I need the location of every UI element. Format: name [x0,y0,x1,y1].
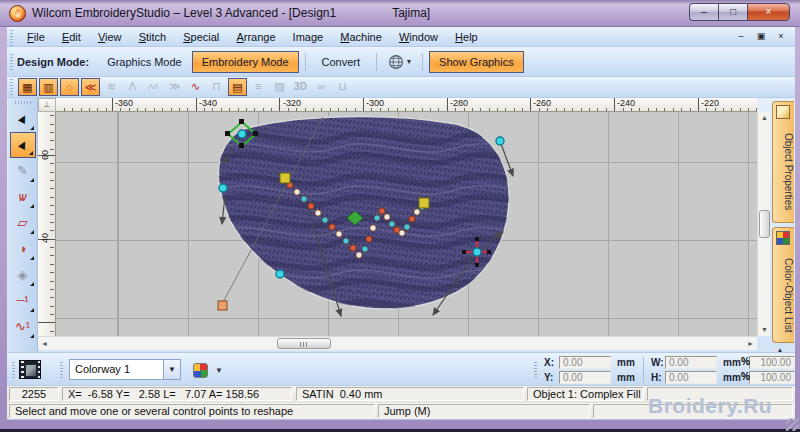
embroidery-mode-button[interactable]: Embroidery Mode [192,51,299,73]
basket-weave-icon[interactable]: ⊔ [333,78,352,96]
menu-arrange[interactable]: Arrange [229,27,282,47]
scroll-up-button[interactable]: ▲ [758,112,771,124]
hatch-effect-icon[interactable]: ▨ [270,78,289,96]
menu-special[interactable]: Special [176,27,226,47]
reshape-object-tool[interactable]: ► [10,132,36,158]
mdi-restore-button[interactable]: ▣ [753,29,769,44]
yellow-handle[interactable] [419,198,429,208]
w-field[interactable]: 0.00 [665,356,717,369]
run-stitch-tool[interactable]: ┄¹ [10,288,36,314]
mdi-close-button[interactable]: × [773,29,789,44]
modebar-grip[interactable] [10,54,13,70]
tab-color-object-list[interactable]: Color-Object List [772,227,794,343]
trueview-glasses-icon[interactable]: ∞ [312,78,331,96]
pointer-coordinates: X= -6.58 Y= 2.58 L= 7.07 A= 158.56 [62,387,292,401]
scale-y-field[interactable]: 100.00 [749,371,795,384]
app-icon [9,5,26,22]
tab-color-object-list-label: Color-Object List [783,258,794,332]
menu-file[interactable]: File [20,27,52,47]
globe-icon [388,54,404,70]
fusion-fill-b-icon[interactable]: ΛΛ [144,78,163,96]
motif-fill-icon[interactable]: ◌ [60,78,79,96]
iconbar-grip[interactable] [10,79,13,95]
zigzag-run-tool[interactable]: ∿¹ [10,314,36,340]
menu-window[interactable]: Window [392,27,445,47]
menu-edit[interactable]: Edit [55,27,88,47]
hruler-label: -220 [701,98,719,108]
menu-machine[interactable]: Machine [333,27,389,47]
fancy-fill-icon[interactable]: ≪ [81,78,100,96]
stitch-texture [216,134,576,310]
bottom-toolbar: Colorway 1 ▼ ▼ X: 0.00 mm W: 0.00 mm 100… [7,352,795,386]
tab-object-properties[interactable]: Object Properties [772,101,794,223]
application-window: Wilcom EmbroideryStudio – Level 3 Advanc… [0,0,800,432]
menu-stitch[interactable]: Stitch [132,27,174,47]
horizontal-scrollbar[interactable]: ◄ ► [38,336,757,350]
horizontal-scroll-thumb[interactable] [277,338,331,349]
tool-palette: ► ► ✎ ѡ ▱ ◑ ◈ ┄¹ ∿¹ [8,98,38,354]
orange-handle[interactable] [218,301,227,310]
scale-x-percent: % [741,356,750,367]
graphics-mode-button[interactable]: Graphics Mode [97,51,192,73]
h-field[interactable]: 0.00 [665,371,717,384]
w-label: W: [651,356,664,369]
menu-view[interactable]: View [91,27,129,47]
ellipse-tool[interactable]: ◑ [10,236,36,262]
hruler-label: -300 [366,98,384,108]
stitch-info: SATIN 0.40 mm [296,387,524,401]
design-canvas[interactable] [56,112,757,336]
texture-fill-icon[interactable]: ▤ [228,78,247,96]
embroidery-design[interactable] [56,112,757,336]
select-object-tool[interactable]: ► [10,106,36,132]
client-area: File Edit View Stitch Special Arrange Im… [7,27,795,420]
menu-help[interactable]: Help [448,27,485,47]
y-field[interactable]: 0.00 [559,371,611,384]
knife-tool[interactable]: ✎ [10,158,36,184]
zigzag-run-icon: ∿¹ [15,319,30,334]
window-title: Wilcom EmbroideryStudio – Level 3 Advanc… [32,6,430,20]
menu-image[interactable]: Image [286,27,331,47]
ruler-origin-button[interactable]: ⊥ [38,98,56,112]
closed-object-tool[interactable]: ▱ [10,210,36,236]
minimize-button[interactable]: – [689,3,718,21]
vertical-ruler: 60 40 [38,112,56,336]
reshape-arrow-icon: ► [9,133,35,155]
outline-stitch-icon[interactable]: ▦ [18,78,37,96]
freehand-embroidery-tool[interactable]: ѡ [10,184,36,210]
design-mode-toolbar: Design Mode: Graphics Mode Embroidery Mo… [7,47,795,77]
resize-grip[interactable] [786,418,799,431]
contour-stitch-icon[interactable]: ≋ [102,78,121,96]
flexi-split-icon[interactable]: ≫ [165,78,184,96]
digitize-nodes-tool[interactable]: ◈ [10,262,36,288]
accordion-spacing-icon[interactable]: ≡ [249,78,268,96]
convert-button[interactable]: Convert [312,51,371,73]
menu-bar: File Edit View Stitch Special Arrange Im… [7,27,795,47]
liquid-effect-icon[interactable]: ∿ [186,78,205,96]
closed-shape-icon: ▱ [18,215,28,230]
yellow-handle[interactable] [280,173,290,183]
menubar-grip[interactable] [10,30,13,46]
vertical-scrollbar[interactable]: ▲ ▼ [757,112,770,336]
close-button[interactable]: × [747,3,790,21]
tatami-fill-icon[interactable]: ▥ [39,78,58,96]
hoop-globe-button[interactable]: ▾ [383,51,416,73]
x-field[interactable]: 0.00 [559,356,611,369]
globe-dropdown-arrow[interactable]: ▾ [407,57,411,66]
title-bar[interactable]: Wilcom EmbroideryStudio – Level 3 Advanc… [0,0,800,27]
fusion-fill-a-icon[interactable]: Λ [123,78,142,96]
vertical-scroll-thumb[interactable] [759,210,770,238]
scroll-down-button[interactable]: ▼ [758,324,771,336]
scale-y-percent: % [741,371,750,382]
mdi-minimize-button[interactable]: – [733,29,749,44]
scale-x-field[interactable]: 100.00 [749,356,795,369]
color-object-list-icon [776,231,790,245]
scroll-left-button[interactable]: ◄ [38,337,51,350]
scroll-right-button[interactable]: ► [744,337,757,350]
object-info: Object 1: Complex Fill [527,387,644,401]
toolpalette-grip[interactable] [15,101,31,104]
3d-effect-icon[interactable]: 3D [291,78,310,96]
show-graphics-button[interactable]: Show Graphics [429,51,524,73]
hruler-label: -240 [617,98,635,108]
jagged-edge-icon[interactable]: ⊓ [207,78,226,96]
maximize-button[interactable]: □ [718,3,747,21]
